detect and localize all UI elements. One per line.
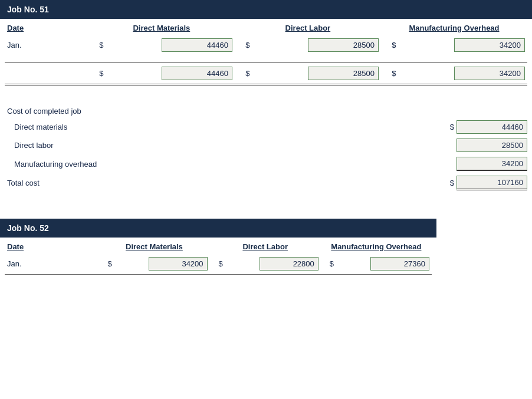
job52-dm-input[interactable]: 34200 xyxy=(149,257,208,271)
job51-date-jan: Jan. xyxy=(5,35,88,55)
job51-sub-moh-input[interactable]: 34200 xyxy=(454,67,525,80)
job51-moh-value-cell: 34200 xyxy=(398,35,528,55)
job51-total-label: Total cost xyxy=(7,179,409,187)
job52-header: Job No. 52 xyxy=(0,219,436,238)
job52-dl-value-cell: 22800 xyxy=(224,253,321,275)
job51-sub-moh-value-cell: 34200 xyxy=(398,63,528,85)
job52-col-dl: Direct Labor xyxy=(210,238,321,253)
job51-dl-input[interactable]: 28500 xyxy=(308,38,379,52)
job52-title: Job No. 52 xyxy=(7,223,49,233)
job51-total-input[interactable]: 107160 xyxy=(457,176,527,190)
job52-subtotal-row xyxy=(5,275,432,282)
job51-row-jan: Jan. $ 44460 $ 28500 $ xyxy=(5,35,527,55)
job51-cost-moh-label: Manufacturing overhead xyxy=(14,160,409,169)
job51-cost-moh-input[interactable]: 34200 xyxy=(457,157,527,171)
job51-dl-dollar: $ xyxy=(235,35,251,55)
job52-moh-value-cell: 27360 xyxy=(335,253,432,275)
job51-sub-dm-input[interactable]: 44460 xyxy=(162,67,232,80)
job51-dm-input[interactable]: 44460 xyxy=(162,38,232,52)
job52-dl-dollar: $ xyxy=(210,253,224,275)
job51-cost-dm-label: Direct materials xyxy=(14,123,409,131)
job52-col-date: Date xyxy=(5,238,98,253)
job51-total-dollar: $ xyxy=(450,179,454,187)
job51-col-dm: Direct Materials xyxy=(88,19,235,35)
job52-date-jan: Jan. xyxy=(5,253,98,275)
job51-section: Job No. 51 Date Direct Materials Direct … xyxy=(0,0,532,190)
job51-sub-dm-dollar: $ xyxy=(88,63,105,85)
job51-col-moh: Manufacturing Overhead xyxy=(381,19,527,35)
job51-dl-value-cell: 28500 xyxy=(251,35,381,55)
job51-cost-section: Cost of completed job Direct materials $… xyxy=(0,97,532,190)
job52-moh-dollar: $ xyxy=(321,253,335,275)
job51-cost-dm-dollar: $ xyxy=(450,123,454,131)
job52-row-jan: Jan. $ 34200 $ 22800 $ xyxy=(5,253,432,275)
job51-sub-dl-input[interactable]: 28500 xyxy=(308,67,379,80)
job51-moh-input[interactable]: 34200 xyxy=(454,38,525,52)
job51-col-dl: Direct Labor xyxy=(235,19,381,35)
job51-title: Job No. 51 xyxy=(7,5,49,14)
job52-dm-dollar: $ xyxy=(98,253,113,275)
job52-moh-input[interactable]: 27360 xyxy=(370,257,429,271)
job51-cost-dl-label: Direct labor xyxy=(14,141,409,150)
job52-dm-value-cell: 34200 xyxy=(113,253,210,275)
job52-col-dm: Direct Materials xyxy=(98,238,209,253)
job51-moh-dollar: $ xyxy=(381,35,398,55)
job52-dl-input[interactable]: 22800 xyxy=(260,257,318,271)
job51-cost-dm-input[interactable]: 44460 xyxy=(457,120,527,134)
job51-sub-dl-dollar: $ xyxy=(235,63,251,85)
job51-subtotal-date xyxy=(5,63,88,85)
job51-sub-dl-value-cell: 28500 xyxy=(251,63,381,85)
job51-sub-moh-dollar: $ xyxy=(381,63,398,85)
job51-sub-dm-value-cell: 44460 xyxy=(104,63,235,85)
job52-section: Job No. 52 Date Direct Materials Direct … xyxy=(0,219,436,282)
job51-col-date: Date xyxy=(5,19,88,35)
job51-dm-dollar: $ xyxy=(88,35,105,55)
job52-col-moh: Manufacturing Overhead xyxy=(321,238,432,253)
job51-cost-title: Cost of completed job xyxy=(5,107,527,116)
job51-subtotal-row: $ 44460 $ 28500 $ 34200 xyxy=(5,63,527,85)
job51-dm-value-cell: 44460 xyxy=(104,35,235,55)
job51-header: Job No. 51 xyxy=(0,0,532,19)
job51-cost-dl-input[interactable]: 28500 xyxy=(457,139,527,152)
